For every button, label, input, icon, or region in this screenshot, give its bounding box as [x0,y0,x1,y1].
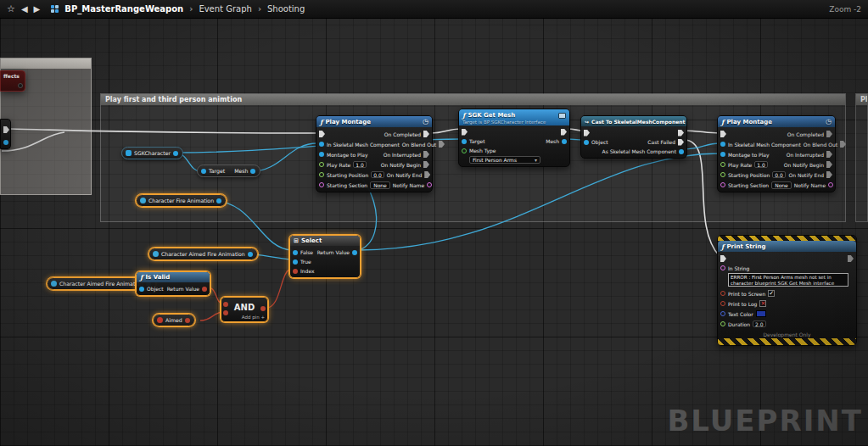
exec-out-pin[interactable] [561,129,567,136]
print-string-node[interactable]: ƒ Print String In String ERROR : First P… [717,235,857,346]
true-input-pin[interactable] [293,259,298,265]
mesh-output-pin[interactable] [250,169,255,174]
exec-out-pin[interactable] [3,126,9,133]
select-node[interactable]: ⊞ Select False Return Value True Index [289,235,361,278]
in-string-field[interactable]: ERROR : First Person Arms mesh not set i… [728,273,848,287]
print-to-log-pin[interactable] [720,301,725,306]
play-rate-pin[interactable] [720,162,725,167]
node-header[interactable]: ƒ Play Montage ◷ [718,116,835,127]
variable-pill-character-aimed-fire-animation-1[interactable]: Character Aimed Fire Animation [148,248,258,260]
notify-name-pin[interactable] [828,182,833,187]
exec-out-pin[interactable] [826,171,832,178]
text-color-pin[interactable] [720,311,725,316]
montage-input-pin[interactable] [720,152,725,157]
breadcrumb-event-graph[interactable]: Event Graph [199,4,252,14]
duration-pin[interactable] [720,321,725,326]
exec-out-pin[interactable] [826,161,832,168]
as-skeletal-mesh-output-pin[interactable] [679,149,684,154]
return-value-pin[interactable] [202,287,207,292]
object-input-pin[interactable] [584,140,589,145]
exec-in-pin[interactable] [584,130,590,137]
sgk-get-mesh-node[interactable]: ƒ SGK Get Mesh Target is BP SGKCharacter… [458,109,570,167]
nav-back-icon[interactable]: ◀ [21,4,28,14]
output-pin[interactable] [173,151,178,156]
starting-section-pin[interactable] [319,182,324,187]
index-input-pin[interactable] [293,269,298,274]
nav-forward-icon[interactable]: ▶ [34,4,41,14]
play-rate-pin[interactable] [319,162,324,167]
play-rate-field[interactable]: 1.0 [353,161,367,168]
add-pin-button[interactable]: Add pin + [242,315,265,320]
output-pin[interactable] [3,140,8,145]
exec-out-pin[interactable] [826,151,832,158]
comment-header[interactable] [1,59,91,69]
montage-input-pin[interactable] [319,152,324,157]
print-to-screen-checkbox[interactable]: ✓ [768,290,775,297]
output-pin[interactable] [216,198,221,203]
skeletal-mesh-input-pin[interactable] [720,142,725,147]
output-pin[interactable] [185,318,190,323]
comment-header[interactable]: Pl [856,94,867,105]
is-valid-node[interactable]: ƒ Is Valid Object Return Value [136,271,210,296]
play-rate-field[interactable]: 1.0 [754,161,768,168]
exec-in-pin[interactable] [319,131,325,137]
print-to-log-checkbox[interactable]: ✕ [759,300,766,307]
starting-section-pin[interactable] [720,182,725,187]
breadcrumb-blueprint-name[interactable]: BP_MasterRangeWeapon [64,4,183,14]
exec-out-pin[interactable] [826,131,832,137]
return-value-pin[interactable] [352,250,357,255]
starting-position-field[interactable]: 0.0 [371,171,384,178]
graph-canvas[interactable]: BLUEPRINT Play first and third person an… [0,19,868,446]
object-input-pin[interactable] [139,287,144,292]
node-header[interactable]: ƒ SGK Get Mesh Target is BP SGKCharacter… [459,109,569,125]
exec-in-pin[interactable] [720,131,726,137]
exec-out-pin[interactable] [840,141,846,148]
output-pin[interactable] [248,252,253,257]
breadcrumb-shooting[interactable]: Shooting [267,4,305,14]
node-header[interactable]: ↪ Cast To SkeletalMeshComponent [581,116,686,126]
in-string-pin[interactable] [720,265,725,270]
mesh-type-pin[interactable] [462,148,467,153]
starting-section-dropdown[interactable]: None [370,181,390,189]
variable-pill-aimed[interactable]: Aimed [153,314,195,326]
exec-in-pin[interactable] [720,255,726,262]
node-header[interactable]: ƒ Play Montage ◷ [316,116,432,127]
partial-red-node[interactable]: ffects [0,70,25,92]
cast-to-skeletalmeshcomponent-node[interactable]: ↪ Cast To SkeletalMeshComponent Object C… [580,115,687,159]
false-input-pin[interactable] [293,250,298,255]
exec-out-pin[interactable] [424,171,430,178]
skeletal-mesh-input-pin[interactable] [319,142,324,147]
starting-section-dropdown[interactable]: None [771,181,792,189]
target-input-pin[interactable] [201,169,206,174]
exec-in-pin[interactable] [462,129,468,136]
play-montage-node-1[interactable]: ƒ Play Montage ◷ On Completed In Skeleta… [316,115,433,192]
cast-failed-exec-pin[interactable] [678,139,684,146]
mesh-type-dropdown[interactable]: First Person Arms ▾ [469,156,540,164]
duration-field[interactable]: 2.0 [753,321,766,327]
node-header[interactable]: ƒ Print String [718,241,856,252]
starting-position-field[interactable]: 0.0 [772,171,786,178]
exec-out-pin[interactable] [848,255,854,262]
text-color-swatch[interactable] [756,310,766,317]
exec-out-pin[interactable] [423,151,429,158]
comment-box-partial-right[interactable]: Pl [855,93,868,222]
play-montage-node-2[interactable]: ƒ Play Montage ◷ On Completed In Skeleta… [717,115,836,192]
notify-name-pin[interactable] [427,182,432,187]
exec-out-pin[interactable] [678,130,684,137]
node-header[interactable]: ⊞ Select [290,236,360,246]
target-input-pin[interactable] [462,139,467,144]
node-header[interactable]: ƒ Is Valid [137,272,210,282]
variable-pill-character-fire-animation[interactable]: Character Fire Animation [136,194,227,207]
exec-out-pin[interactable] [423,161,429,168]
get-mesh-compact-node[interactable]: Target Mesh [197,164,260,177]
exec-out-pin[interactable] [439,141,445,148]
and-node[interactable]: AND Add pin + [221,297,268,322]
mesh-output-pin[interactable] [562,139,567,144]
starting-position-pin[interactable] [720,172,725,177]
print-to-screen-pin[interactable] [720,291,725,296]
partial-node-left[interactable] [0,119,11,149]
favorite-star-icon[interactable]: ☆ [7,3,15,14]
variable-pill-sgkcharacter[interactable]: SGKCharacter [121,147,183,159]
exec-out-pin[interactable] [423,131,429,137]
comment-header[interactable]: Play first and third person animtion [101,94,845,105]
